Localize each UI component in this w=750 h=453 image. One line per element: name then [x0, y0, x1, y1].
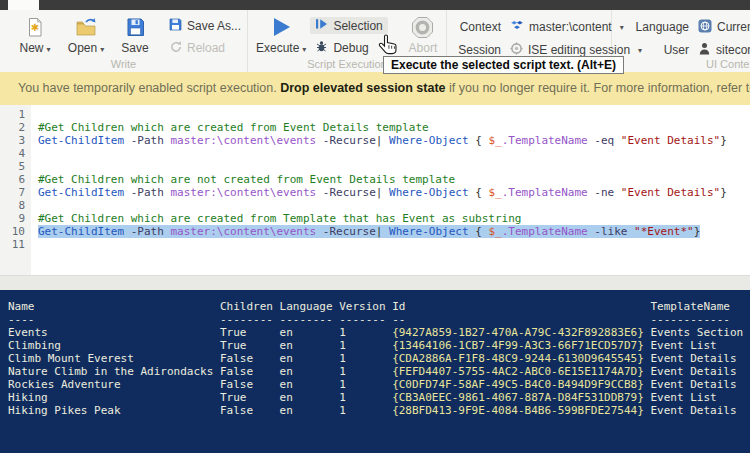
console-line: Climbing True en 1 {13464106-1CB7-4F99-A…: [8, 339, 750, 352]
session-label: Session: [455, 43, 501, 57]
language-selector[interactable]: Current: [698, 19, 750, 36]
execute-button-label: Execute: [256, 41, 299, 55]
selection-play-icon: [315, 18, 328, 33]
save-button[interactable]: Save: [112, 14, 158, 55]
svg-text:✱: ✱: [31, 22, 39, 33]
open-button-label: Open: [68, 41, 97, 55]
line-number: 8: [0, 199, 31, 212]
console-line: ---- -------- -------- ------- -- ------…: [8, 313, 750, 326]
debug-bug-icon: [315, 40, 328, 56]
open-button[interactable]: Open▾: [60, 14, 112, 55]
line-number: 2: [0, 121, 31, 134]
context-selector[interactable]: master:\content ▾: [510, 19, 624, 35]
language-value: Current: [717, 20, 750, 34]
hand-cursor-icon: [377, 33, 399, 59]
code-line[interactable]: [31, 147, 750, 160]
save-as-label: Save As...: [187, 19, 241, 33]
chevron-down-icon: ▾: [302, 45, 306, 54]
context-value: master:\content: [529, 20, 612, 34]
abort-label: Abort: [409, 41, 438, 55]
console-line: Climb Mount Everest False en 1 {CDA2886A…: [8, 352, 750, 365]
abort-button[interactable]: Abort: [400, 14, 446, 55]
code-line[interactable]: Get-ChildItem -Path master:\content\even…: [31, 134, 750, 147]
line-number: 5: [0, 160, 31, 173]
context-label: Context: [455, 20, 501, 34]
script-editor[interactable]: 1234567891011 #Get Children which are cr…: [0, 105, 750, 275]
line-number: 1: [0, 108, 31, 121]
reload-icon: [169, 40, 182, 56]
console-line: Rockies Adventure False en 1 {C0DFD74F-5…: [8, 378, 750, 391]
code-line[interactable]: [31, 108, 750, 121]
user-selector[interactable]: sitecore: [698, 42, 750, 58]
selection-label: Selection: [333, 19, 382, 33]
new-document-icon: ✱: [25, 14, 45, 40]
notice-text: You have temporarily enabled script exec…: [18, 81, 280, 95]
globe-icon: [698, 19, 712, 36]
open-folder-icon: [75, 14, 97, 40]
console-line: Name Children Language Version Id Templa…: [8, 300, 750, 313]
chevron-down-icon: ▾: [47, 45, 51, 54]
editor-console-splitter[interactable]: [0, 275, 750, 290]
console-line: Events True en 1 {9427A859-1B27-470A-A79…: [8, 326, 750, 339]
code-line[interactable]: [31, 199, 750, 212]
execute-selection-button[interactable]: Selection: [310, 17, 387, 34]
elevation-notice-bar: You have temporarily enabled script exec…: [0, 72, 750, 105]
new-button-label: New: [19, 41, 43, 55]
spe-ise-window: ✱ New▾ Open▾: [0, 0, 750, 453]
code-line[interactable]: Get-ChildItem -Path master:\content\even…: [31, 186, 750, 199]
line-number: 3: [0, 134, 31, 147]
line-number: 9: [0, 212, 31, 225]
save-button-label: Save: [121, 41, 148, 55]
window-top-strip: [0, 0, 750, 10]
user-label: User: [623, 43, 689, 57]
console-output[interactable]: Name Children Language Version Id Templa…: [0, 290, 750, 453]
tooltip: Execute the selected script text. (Alt+E…: [383, 56, 624, 74]
notice-drop-state-text: Drop elevated session state: [280, 81, 445, 95]
code-line[interactable]: Get-ChildItem -Path master:\content\even…: [31, 225, 750, 238]
line-number: 6: [0, 173, 31, 186]
line-number: 11: [0, 238, 31, 251]
code-line[interactable]: #Get Children which are created from Eve…: [31, 121, 750, 134]
debug-label: Debug: [333, 41, 368, 55]
chevron-down-icon: ▾: [100, 45, 104, 54]
execute-play-icon: [269, 14, 293, 40]
group-label-ui-context: UI Context: [612, 58, 750, 70]
user-value: sitecore: [716, 43, 750, 57]
line-number-gutter: 1234567891011: [0, 105, 31, 275]
new-button[interactable]: ✱ New▾: [10, 14, 60, 55]
notice-text: if you no longer require it. For more in…: [446, 81, 750, 95]
save-as-button[interactable]: Save As...: [164, 17, 246, 34]
code-line[interactable]: [31, 160, 750, 173]
group-label-write: Write: [0, 58, 247, 70]
reload-label: Reload: [187, 41, 225, 55]
execute-button[interactable]: Execute▾: [256, 14, 306, 55]
code-line[interactable]: [31, 238, 750, 251]
save-floppy-icon: [126, 14, 145, 40]
reload-button[interactable]: Reload: [164, 39, 246, 56]
console-line: Hiking Pikes Peak False en 1 {28BFD413-9…: [8, 404, 750, 417]
ribbon-group-write: ✱ New▾ Open▾: [0, 10, 248, 72]
save-as-floppy-icon: [169, 18, 182, 34]
database-icon: [510, 19, 524, 35]
abort-stop-icon: [411, 14, 434, 40]
user-icon: [698, 42, 711, 58]
code-line[interactable]: #Get Children which are not created from…: [31, 173, 750, 186]
ribbon: ✱ New▾ Open▾: [0, 10, 750, 72]
line-number: 7: [0, 186, 31, 199]
language-label: Language: [623, 20, 689, 34]
console-line: Hiking True en 1 {CB3A0EEC-9861-4067-887…: [8, 391, 750, 404]
ribbon-group-ui-context: Language Current: [612, 10, 750, 72]
active-ribbon-tab[interactable]: [8, 0, 39, 10]
line-number: 4: [0, 147, 31, 160]
line-number: 10: [0, 225, 31, 238]
code-line[interactable]: #Get Children which are created from Tem…: [31, 212, 750, 225]
console-line: Nature Climb in the Adirondacks False en…: [8, 365, 750, 378]
code-area[interactable]: #Get Children which are created from Eve…: [31, 105, 750, 275]
